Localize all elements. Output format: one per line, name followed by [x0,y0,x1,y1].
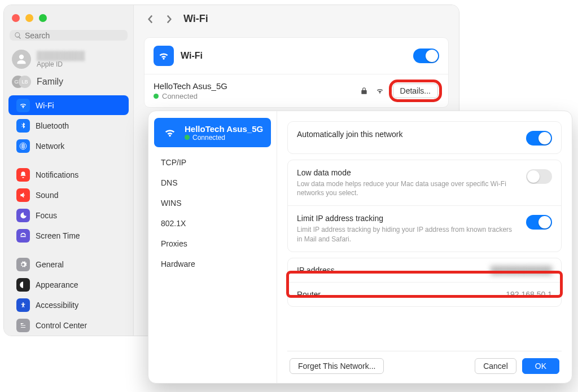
sidebar-item-sound[interactable]: Sound [8,185,129,205]
wifi-icon [154,46,174,66]
account-text: ████████ Apple ID [37,51,85,68]
forward-button[interactable] [164,14,174,24]
window-controls [4,10,133,30]
sound-icon [16,188,30,202]
settings-sidebar: ████████ Apple ID GBLB Family Wi-Fi Blue… [4,5,134,336]
sidebar-item-control-center[interactable]: Control Center [8,315,129,335]
focus-icon [16,209,30,222]
low-data-desc: Low data mode helps reduce your Mac data… [297,179,518,197]
modal-network-name: HelloTech Asus_5G [185,124,263,134]
sidebar-item-screen-time[interactable]: Screen Time [8,226,129,245]
sidebar-item-bluetooth[interactable]: Bluetooth [8,116,129,135]
sidebar-item-label: Sound [36,191,58,200]
network-icons: Details... [360,82,439,99]
screen-time-icon [16,229,30,243]
router-value: 192.168.50.1 [506,290,552,299]
minimize-icon[interactable] [25,14,33,22]
forget-network-button[interactable]: Forget This Network... [290,358,384,374]
back-button[interactable] [145,14,155,24]
limit-ip-label: Limit IP address tracking [297,214,518,223]
topbar: Wi-Fi [134,5,459,33]
lock-icon [360,86,368,95]
auto-join-label: Automatically join this network [297,130,518,139]
sidebar-item-label: Wi-Fi [36,101,54,110]
wifi-card: Wi-Fi HelloTech Asus_5G Connected Detail… [144,37,449,108]
low-data-toggle[interactable] [526,169,552,184]
sidebar-item-wifi[interactable]: Wi-Fi [8,95,129,115]
modal-network-status: Connected [185,134,263,142]
modal-sidebar: HelloTech Asus_5G Connected TCP/IP DNS W… [148,111,277,383]
general-icon [16,258,30,271]
modal-content: Automatically join this network Low data… [277,111,572,383]
notifications-icon [16,168,30,182]
cancel-button[interactable]: Cancel [475,358,516,374]
sidebar-item-appearance[interactable]: Appearance [8,275,129,294]
network-name: HelloTech Asus_5G [154,81,360,91]
sidebar-item-network[interactable]: Network [8,136,129,156]
tab-tcpip[interactable]: TCP/IP [153,153,272,172]
account-sub: Apple ID [37,60,85,68]
low-data-label: Low data mode [297,168,518,177]
bluetooth-icon [16,119,30,133]
address-card: IP address ███████████ Router 192.168.50… [287,258,562,307]
zoom-icon[interactable] [39,14,47,22]
details-button[interactable]: Details... [393,83,438,98]
status-text: Connected [162,92,198,100]
limit-ip-toggle[interactable] [526,215,552,230]
avatar [12,50,31,69]
sidebar-item-label: Accessibility [36,301,78,310]
auto-join-toggle[interactable] [526,131,552,146]
tab-8021x[interactable]: 802.1X [153,214,272,233]
sidebar-item-label: Notifications [36,170,78,179]
accessibility-icon [16,298,30,312]
status-dot-icon [185,135,190,140]
family-icon: GBLB [12,76,31,88]
page-title: Wi-Fi [183,13,208,25]
status-text: Connected [192,134,225,142]
family-label: Family [37,77,63,87]
account-name: ████████ [37,51,85,60]
sidebar-item-focus[interactable]: Focus [8,205,129,225]
tab-hardware[interactable]: Hardware [153,254,272,274]
options-card: Low data mode Low data mode helps reduce… [287,160,562,252]
sidebar-item-label: Appearance [36,280,78,289]
network-icon [16,139,30,153]
sidebar-item-label: General [36,260,64,269]
sidebar-item-general[interactable]: General [8,254,129,274]
wifi-icon [161,124,179,142]
tab-proxies[interactable]: Proxies [153,234,272,253]
tab-dns[interactable]: DNS [153,173,272,192]
auto-join-card: Automatically join this network [287,121,562,154]
sidebar-item-label: Screen Time [36,231,80,240]
ip-address-value: ███████████ [491,266,552,275]
status-dot-icon [154,94,159,99]
search-input[interactable] [25,31,123,40]
control-center-icon [16,319,30,332]
wifi-icon [16,99,30,112]
modal-footer: Forget This Network... Cancel OK [287,351,562,376]
signal-icon [375,87,385,95]
sidebar-item-label: Network [36,142,64,151]
sidebar-item-label: Control Center [36,321,87,330]
apple-id-row[interactable]: ████████ Apple ID [4,46,133,72]
wifi-toggle[interactable] [413,49,439,63]
current-network-row: HelloTech Asus_5G Connected Details... [144,74,448,107]
family-row[interactable]: GBLB Family [4,72,133,91]
modal-network-header[interactable]: HelloTech Asus_5G Connected [154,118,271,147]
sidebar-item-notifications[interactable]: Notifications [8,165,129,184]
sidebar-item-label: Bluetooth [36,121,69,130]
network-details-modal: HelloTech Asus_5G Connected TCP/IP DNS W… [148,111,572,384]
nav-list: Wi-Fi Bluetooth Network Notifications [4,95,133,336]
sidebar-item-label: Focus [36,211,57,220]
network-status: Connected [154,92,360,100]
appearance-icon [16,278,30,292]
sidebar-item-accessibility[interactable]: Accessibility [8,295,129,315]
wifi-top-row: Wi-Fi [144,38,448,74]
close-icon[interactable] [12,14,20,22]
ip-address-label: IP address [297,266,335,275]
ok-button[interactable]: OK [522,358,559,374]
tab-wins[interactable]: WINS [153,193,272,213]
search-icon [14,32,22,39]
search-input-wrap[interactable] [10,30,128,41]
wifi-label: Wi-Fi [181,51,413,61]
